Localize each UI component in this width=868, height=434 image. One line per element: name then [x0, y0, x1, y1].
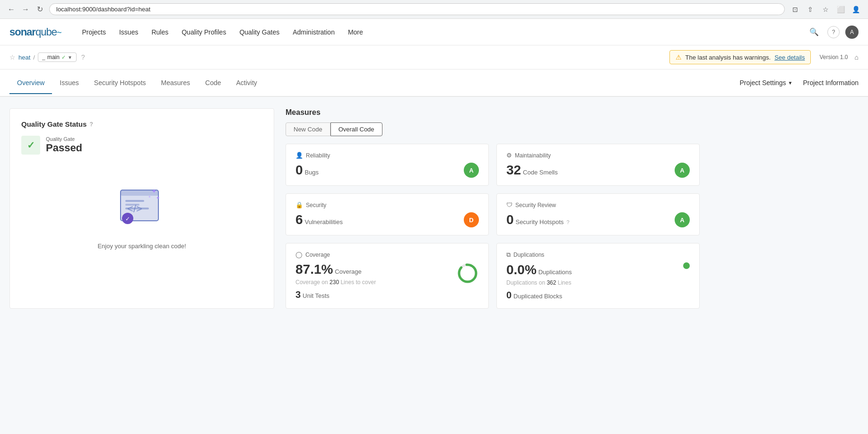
reliability-label: Bugs [304, 169, 319, 176]
coverage-card: ◯ Coverage 87.1% Coverage Coverage on 23… [286, 243, 489, 309]
help-button[interactable]: ? [827, 26, 840, 38]
security-review-badge: A [675, 212, 690, 227]
project-settings-button[interactable]: Project Settings ▼ [735, 76, 798, 89]
user-avatar[interactable]: A [845, 26, 859, 39]
security-badge: D [464, 212, 479, 227]
nav-issues[interactable]: Issues [113, 19, 145, 45]
warning-icon: ⚠ [676, 53, 682, 61]
maintainability-body: 32 Code Smells A [506, 163, 690, 178]
security-review-type: Security Review [515, 202, 556, 208]
tab-issues[interactable]: Issues [52, 72, 86, 94]
security-label: Vulnerabilities [304, 218, 342, 226]
bookmark-icon[interactable]: ☆ [819, 3, 832, 16]
overall-code-tab[interactable]: Overall Code [330, 122, 382, 136]
main-nav: Projects Issues Rules Quality Profiles Q… [75, 19, 807, 45]
maintainability-badge: A [675, 163, 690, 178]
reliability-icon: 👤 [295, 152, 303, 159]
security-review-value: 0 [506, 212, 514, 227]
branch-selector[interactable]: ⎯ main ✓ ▼ [38, 52, 77, 62]
svg-text:</>: </> [127, 203, 142, 215]
measures-title: Measures [286, 108, 700, 117]
tab-overview[interactable]: Overview [9, 72, 52, 94]
duplicated-blocks-value: 0 [506, 290, 512, 300]
security-value: 6 [295, 212, 303, 227]
nav-more[interactable]: More [341, 19, 370, 45]
coverage-sub: Coverage on 230 Lines to cover [295, 279, 376, 286]
quality-gate-illustration: </> ✦ ✦ ✦ ✓ Enjoy your sparkling clean c… [21, 164, 262, 259]
new-code-tab[interactable]: New Code [286, 122, 330, 136]
breadcrumb-bar: ☆ heat / ⎯ main ✓ ▼ ? ⚠ The last analysi… [0, 45, 868, 69]
maintainability-label: Code Smells [523, 169, 558, 176]
quality-gate-caption: Enjoy your sparkling clean code! [97, 243, 186, 250]
reliability-body: 0 Bugs A [295, 163, 479, 178]
back-button[interactable]: ← [6, 4, 17, 15]
sonarqube-logo: sonarqube~ [9, 26, 61, 38]
svg-text:✓: ✓ [125, 216, 130, 222]
see-details-link[interactable]: See details [774, 54, 805, 61]
measures-section: Measures New Code Overall Code 👤 Reliabi… [286, 108, 700, 309]
nav-rules[interactable]: Rules [145, 19, 175, 45]
project-breadcrumb[interactable]: heat [18, 54, 30, 61]
device-icon[interactable]: ⬜ [834, 3, 847, 16]
duplications-header: ⧉ Duplications [506, 251, 690, 259]
reliability-values: 0 Bugs [295, 163, 319, 178]
coverage-label: Coverage [335, 268, 361, 275]
branch-check-icon: ✓ [61, 54, 66, 61]
maintainability-icon: ⚙ [506, 152, 512, 159]
home-icon[interactable]: ⌂ [855, 53, 859, 61]
unit-tests-value: 3 [295, 289, 301, 300]
coverage-type: Coverage [305, 252, 330, 258]
security-review-label: Security Hotspots [515, 218, 564, 226]
reliability-badge: A [464, 163, 479, 178]
quality-gate-label: Quality Gate [46, 136, 82, 142]
measures-tab-buttons: New Code Overall Code [286, 122, 700, 136]
svg-text:✦: ✦ [148, 195, 151, 199]
reliability-type: Reliability [306, 152, 330, 159]
logo-text: sonarqube~ [9, 26, 61, 38]
reliability-card: 👤 Reliability 0 Bugs A [286, 144, 489, 186]
nav-quality-profiles[interactable]: Quality Profiles [175, 19, 233, 45]
address-bar[interactable] [49, 3, 785, 15]
measures-grid: 👤 Reliability 0 Bugs A ⚙ [286, 144, 700, 309]
share-icon[interactable]: ⇧ [804, 3, 817, 16]
measures-header: Measures New Code Overall Code [286, 108, 700, 136]
warning-text: The last analysis has warnings. [686, 54, 771, 61]
security-hotspot-help-icon[interactable]: ? [566, 219, 569, 225]
browser-bar: ← → ↻ ⊡ ⇧ ☆ ⬜ 👤 [0, 0, 868, 19]
coverage-icon: ◯ [295, 251, 303, 258]
quality-gate-help-icon[interactable]: ? [89, 121, 93, 128]
nav-projects[interactable]: Projects [75, 19, 113, 45]
duplications-icon: ⧉ [506, 251, 511, 259]
security-review-values: 0 Security Hotspots ? [506, 212, 569, 227]
breadcrumb-help-icon[interactable]: ? [81, 53, 85, 61]
refresh-button[interactable]: ↻ [34, 4, 45, 15]
svg-text:✦: ✦ [156, 195, 160, 200]
security-icon: 🔒 [295, 201, 303, 208]
tab-right-actions: Project Settings ▼ Project Information [735, 69, 859, 96]
tab-security-hotspots[interactable]: Security Hotspots [87, 72, 154, 94]
duplicated-blocks-row: 0 Duplicated Blocks [506, 290, 572, 301]
security-review-card: 🛡 Security Review 0 Security Hotspots ? … [496, 193, 700, 235]
profile-icon[interactable]: 👤 [849, 3, 862, 16]
tab-measures[interactable]: Measures [154, 72, 198, 94]
security-values: 6 Vulnerabilities [295, 212, 343, 227]
cast-icon[interactable]: ⊡ [789, 3, 802, 16]
main-content: Quality Gate Status ? ✓ Quality Gate Pas… [0, 97, 868, 434]
branch-name: main [47, 54, 60, 61]
unit-tests-label: Unit Tests [303, 292, 330, 299]
nav-administration[interactable]: Administration [286, 19, 341, 45]
project-settings-label: Project Settings [740, 79, 786, 87]
security-card: 🔒 Security 6 Vulnerabilities D [286, 193, 489, 235]
coverage-values: 87.1% Coverage Coverage on 230 Lines to … [295, 262, 376, 300]
search-button[interactable]: 🔍 [807, 25, 822, 40]
page-tabs: Overview Issues Security Hotspots Measur… [0, 69, 868, 97]
project-information-link[interactable]: Project Information [803, 79, 859, 87]
favorite-icon[interactable]: ☆ [9, 53, 16, 61]
forward-button[interactable]: → [20, 4, 31, 15]
tab-activity[interactable]: Activity [228, 72, 264, 94]
duplications-dot [683, 262, 690, 269]
svg-rect-3 [125, 200, 144, 202]
nav-quality-gates[interactable]: Quality Gates [233, 19, 286, 45]
content-grid: Quality Gate Status ? ✓ Quality Gate Pas… [9, 108, 700, 309]
tab-code[interactable]: Code [198, 72, 228, 94]
